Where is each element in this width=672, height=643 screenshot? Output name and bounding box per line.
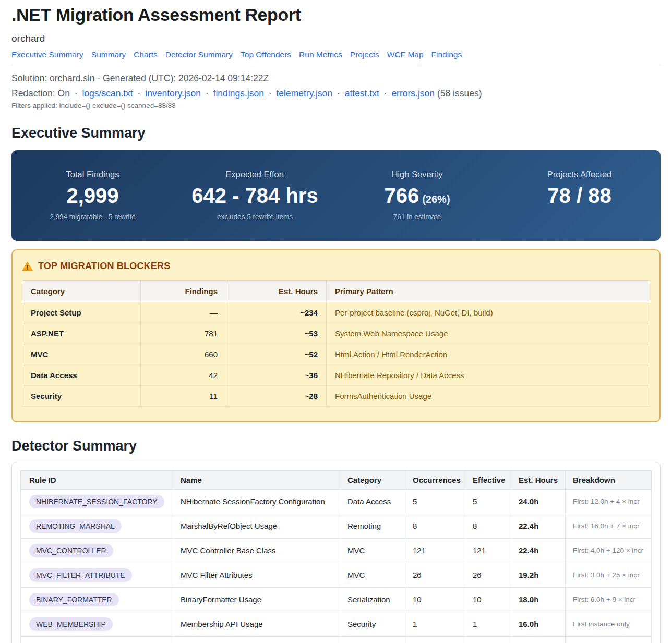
kpi-value: 642 - 784 hrs	[179, 184, 331, 207]
rule-breakdown: First: 4.0h + 120 × incr	[566, 538, 652, 563]
rule-id-cell	[21, 636, 173, 643]
detector-header-row: Rule ID Name Category Occurrences Effect…	[21, 470, 652, 489]
solution-subtitle: orchard	[11, 33, 661, 44]
rule-id-badge: REMOTING_MARSHAL	[29, 519, 122, 533]
issues-count-note: (58 issues)	[437, 88, 482, 99]
table-row: MVC 660 ~52 Html.Action / Html.RenderAct…	[22, 344, 650, 365]
rule-occurrences: 26	[405, 563, 465, 587]
rule-name: MVC Filter Attributes	[173, 563, 340, 587]
detector-summary-heading: Detector Summary	[11, 438, 661, 454]
rule-effective: 8	[465, 514, 511, 538]
blocker-hours: ~234	[226, 302, 327, 323]
kpi-number: 2,999	[66, 184, 118, 207]
page-title: .NET Migration Assessment Report	[11, 4, 661, 25]
table-row-partial	[21, 636, 652, 643]
rule-effective: 5	[465, 489, 511, 514]
blocker-hours: ~52	[226, 344, 327, 365]
kpi-subtext: 761 in estimate	[341, 213, 493, 221]
rule-id-badge: MVC_CONTROLLER	[29, 544, 113, 557]
nav-wcf-map[interactable]: WCF Map	[387, 50, 424, 59]
rule-id-cell: NHIBERNATE_SESSION_FACTORY	[21, 489, 173, 514]
link-scan-log[interactable]: logs/scan.txt	[82, 88, 133, 99]
rule-id-badge: NHIBERNATE_SESSION_FACTORY	[29, 495, 164, 508]
nav-executive-summary[interactable]: Executive Summary	[11, 50, 83, 59]
rule-est-hours: 24.0h	[511, 489, 566, 514]
rule-id-badge: MVC_FILTER_ATTRIBUTE	[29, 568, 132, 582]
link-inventory-json[interactable]: inventory.json	[145, 88, 201, 99]
rule-name: NHibernate SessionFactory Configuration	[173, 489, 340, 514]
blocker-findings: 11	[141, 385, 226, 406]
column-header-findings: Findings	[141, 280, 226, 302]
rule-breakdown	[566, 636, 652, 643]
kpi-total-findings: Total Findings 2,999 2,994 migratable · …	[11, 169, 174, 221]
rule-occurrences	[405, 636, 465, 643]
column-header-category: Category	[340, 470, 405, 489]
filters-applied-line: Filters applied: include=() exclude=() s…	[11, 102, 661, 110]
table-row: Security 11 ~28 FormsAuthentication Usag…	[22, 385, 650, 406]
rule-breakdown: First: 6.0h + 9 × incr	[566, 587, 652, 612]
rule-effective: 121	[465, 538, 511, 563]
blockers-title-row: TOP MIGRATION BLOCKERS	[22, 261, 650, 272]
blocker-findings: —	[141, 302, 226, 323]
rule-id-badge: BINARY_FORMATTER	[29, 593, 119, 606]
rule-est-hours: 16.0h	[511, 612, 566, 636]
column-header-rule-id: Rule ID	[21, 470, 173, 489]
link-errors-json[interactable]: errors.json	[391, 88, 435, 99]
separator-dot: ·	[75, 88, 78, 99]
blocker-findings: 781	[141, 323, 226, 344]
rule-id-cell: MVC_FILTER_ATTRIBUTE	[21, 563, 173, 587]
table-row: BINARY_FORMATTER BinaryFormatter Usage S…	[21, 587, 652, 612]
rule-name	[173, 636, 340, 643]
kpi-subtext: excludes 5 rewrite items	[179, 213, 331, 221]
link-attest-txt[interactable]: attest.txt	[345, 88, 379, 99]
nav-findings[interactable]: Findings	[431, 50, 462, 59]
rule-occurrences: 8	[405, 514, 465, 538]
rule-effective: 26	[465, 563, 511, 587]
table-row: Project Setup — ~234 Per-project baselin…	[22, 302, 650, 323]
nav-charts[interactable]: Charts	[134, 50, 158, 59]
nav-projects[interactable]: Projects	[350, 50, 379, 59]
link-findings-json[interactable]: findings.json	[213, 88, 264, 99]
executive-summary-heading: Executive Summary	[11, 125, 661, 141]
link-telemetry-json[interactable]: telemetry.json	[276, 88, 332, 99]
nav-run-metrics[interactable]: Run Metrics	[299, 50, 342, 59]
blocker-findings: 660	[141, 344, 226, 365]
rule-category	[340, 636, 405, 643]
rule-est-hours	[511, 636, 566, 643]
kpi-number: 766	[384, 184, 419, 207]
rule-id-cell: REMOTING_MARSHAL	[21, 514, 173, 538]
rule-occurrences: 121	[405, 538, 465, 563]
nav-top-offenders[interactable]: Top Offenders	[241, 50, 291, 59]
blockers-table: Category Findings Est. Hours Primary Pat…	[22, 280, 650, 407]
kpi-banner: Total Findings 2,999 2,994 migratable · …	[11, 150, 661, 241]
kpi-projects-affected: Projects Affected 78 / 88	[498, 169, 661, 221]
kpi-value: 78 / 88	[503, 184, 655, 207]
report-page: .NET Migration Assessment Report orchard…	[0, 0, 672, 643]
redaction-status: Redaction: On	[11, 88, 70, 99]
kpi-label: Total Findings	[17, 169, 169, 179]
column-header-est-hours: Est. Hours	[511, 470, 566, 489]
rule-breakdown: First: 3.0h + 25 × incr	[566, 563, 652, 587]
separator-dot: ·	[337, 88, 340, 99]
nav-detector-summary[interactable]: Detector Summary	[165, 50, 233, 59]
kpi-label: High Severity	[341, 169, 493, 179]
divider	[11, 65, 661, 65]
column-header-effective: Effective	[465, 470, 511, 489]
table-row: WEB_MEMBERSHIP Membership API Usage Secu…	[21, 612, 652, 636]
detector-table: Rule ID Name Category Occurrences Effect…	[20, 470, 652, 643]
blocker-pattern: NHibernate Repository / Data Access	[327, 365, 650, 385]
blocker-hours: ~53	[226, 323, 327, 344]
top-migration-blockers-panel: TOP MIGRATION BLOCKERS Category Findings…	[11, 249, 661, 422]
blocker-category: ASP.NET	[22, 323, 141, 344]
kpi-value: 2,999	[17, 184, 169, 207]
table-row: Data Access 42 ~36 NHibernate Repository…	[22, 365, 650, 385]
blockers-title: TOP MIGRATION BLOCKERS	[38, 261, 170, 272]
nav-summary[interactable]: Summary	[91, 50, 126, 59]
rule-category: Serialization	[340, 587, 405, 612]
table-row: REMOTING_MARSHAL MarshalByRefObject Usag…	[21, 514, 652, 538]
separator-dot: ·	[206, 88, 209, 99]
kpi-percent: (26%)	[422, 193, 450, 205]
column-header-breakdown: Breakdown	[566, 470, 652, 489]
column-header-name: Name	[173, 470, 340, 489]
rule-effective: 10	[465, 587, 511, 612]
